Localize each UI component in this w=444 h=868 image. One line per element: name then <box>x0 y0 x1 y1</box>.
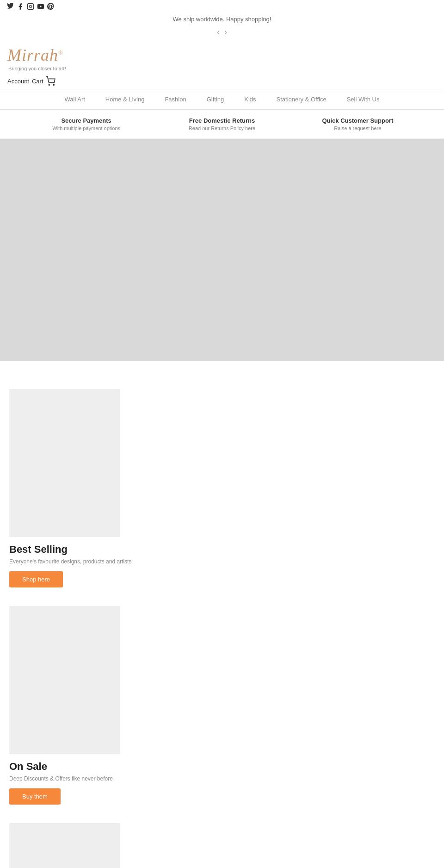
product-image-on-sale <box>9 606 120 754</box>
product-info-on-sale: On Sale Deep Discounts & Offers like nev… <box>9 754 435 805</box>
feature-secure-desc: With multiple payment options <box>18 125 154 131</box>
announcement-text: We ship worldwide. Happy shopping! <box>173 16 271 23</box>
carousel-prev-button[interactable]: ‹ <box>217 27 220 37</box>
cart-label: Cart <box>32 78 43 85</box>
nav-item-fashion[interactable]: Fashion <box>154 89 196 109</box>
feature-strip: Secure Payments With multiple payment op… <box>0 110 444 139</box>
youtube-icon[interactable] <box>37 3 44 10</box>
product-title-on-sale: On Sale <box>9 761 435 773</box>
svg-point-3 <box>49 84 49 85</box>
product-section-on-sale: On Sale Deep Discounts & Offers like nev… <box>0 606 444 823</box>
feature-returns-title: Free Domestic Returns <box>154 117 290 124</box>
section-spacer-1 <box>0 361 444 389</box>
shop-button-on-sale[interactable]: Buy them <box>9 788 61 805</box>
facebook-icon[interactable] <box>17 3 24 10</box>
product-info-best-selling: Best Selling Everyone's favourite design… <box>9 537 435 587</box>
nav-item-gifting[interactable]: Gifting <box>197 89 234 109</box>
product-section-best-selling: Best Selling Everyone's favourite design… <box>0 389 444 606</box>
feature-support-desc: Raise a request here <box>290 125 426 131</box>
feature-support-title: Quick Customer Support <box>290 117 426 124</box>
logo-area: Mirrah® Bringing you closer to art! <box>0 39 444 73</box>
feature-secure-payments: Secure Payments With multiple payment op… <box>18 117 154 131</box>
svg-rect-0 <box>27 3 33 9</box>
carousel-next-button[interactable]: › <box>224 27 227 37</box>
logo-tagline: Bringing you closer to art! <box>7 66 437 71</box>
pinterest-icon[interactable] <box>47 3 55 10</box>
nav-item-sell[interactable]: Sell With Us <box>337 89 390 109</box>
feature-customer-support: Quick Customer Support Raise a request h… <box>290 117 426 131</box>
product-title-best-selling: Best Selling <box>9 543 435 556</box>
product-image-best-selling <box>9 389 120 537</box>
product-image-all-products <box>9 823 120 868</box>
instagram-icon[interactable] <box>27 3 34 10</box>
announcement-bar: We ship worldwide. Happy shopping! <box>0 13 444 25</box>
main-nav: Wall Art Home & Living Fashion Gifting K… <box>0 89 444 110</box>
cart-link[interactable]: Cart <box>32 76 56 86</box>
feature-secure-title: Secure Payments <box>18 117 154 124</box>
nav-item-kids[interactable]: Kids <box>234 89 266 109</box>
hero-banner <box>0 139 444 361</box>
nav-item-wall-art[interactable]: Wall Art <box>55 89 95 109</box>
account-link[interactable]: Account <box>7 78 29 85</box>
nav-item-stationery[interactable]: Stationery & Office <box>266 89 337 109</box>
logo-brand: Mirrah® <box>7 45 63 65</box>
product-desc-best-selling: Everyone's favourite designs, products a… <box>9 558 435 565</box>
logo-link[interactable]: Mirrah® Bringing you closer to art! <box>7 54 437 71</box>
carousel-arrows: ‹ › <box>0 25 444 39</box>
account-cart-bar: Account Cart <box>0 73 444 89</box>
product-desc-on-sale: Deep Discounts & Offers like never befor… <box>9 775 435 782</box>
cart-icon <box>45 76 56 86</box>
twitter-icon[interactable] <box>6 3 14 10</box>
svg-point-4 <box>53 84 54 85</box>
feature-free-returns: Free Domestic Returns Read our Returns P… <box>154 117 290 131</box>
account-label: Account <box>7 78 29 85</box>
feature-returns-desc: Read our Returns Policy here <box>154 125 290 131</box>
product-section-all-products: All Products Diverse range of art, style… <box>0 823 444 868</box>
shop-button-best-selling[interactable]: Shop here <box>9 571 63 587</box>
social-bar <box>0 0 444 13</box>
nav-item-home-living[interactable]: Home & Living <box>95 89 155 109</box>
